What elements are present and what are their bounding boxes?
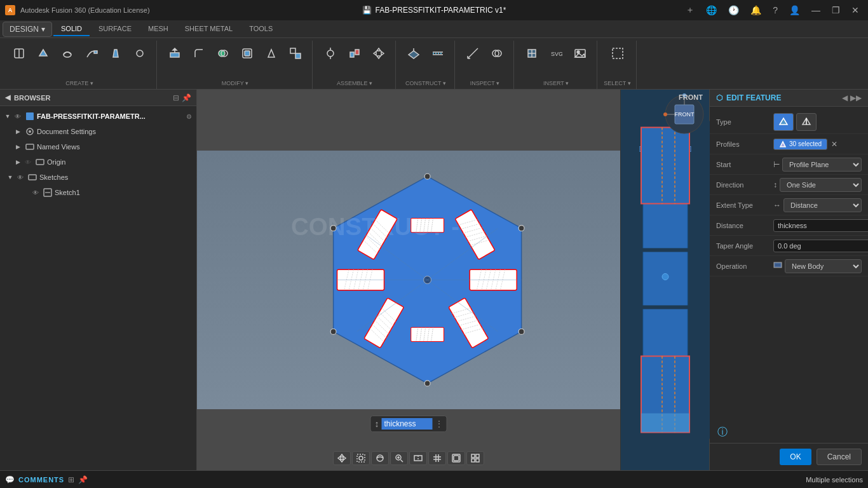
tree-sketches[interactable]: ▼ 👁 Sketches — [0, 170, 196, 185]
extent-type-select[interactable]: Distance To Object All — [783, 198, 862, 212]
new-component-btn[interactable] — [8, 42, 31, 65]
doc-settings-arrow: ▶ — [13, 126, 23, 137]
root-visibility[interactable]: 👁 — [13, 111, 23, 121]
insert-svg-btn[interactable]: SVG — [545, 42, 567, 65]
profiles-select-btn[interactable]: 30 selected — [773, 139, 827, 150]
insert-image-btn[interactable] — [569, 42, 592, 65]
bell-icon[interactable]: 🔔 — [747, 4, 765, 17]
maximize-btn[interactable]: ❐ — [828, 4, 844, 17]
start-select[interactable]: Profile Plane — [782, 158, 862, 172]
ribbon-assemble: ASSEMBLE ▾ — [314, 41, 396, 89]
minimize-btn[interactable]: — — [808, 4, 824, 17]
thin-type-btn[interactable] — [796, 113, 817, 131]
browser-collapse-btn[interactable]: ⊟ — [173, 93, 179, 102]
select-btn[interactable] — [606, 42, 629, 65]
distance-input[interactable] — [382, 418, 433, 430]
viewport[interactable]: CONSTRUCT - — [197, 90, 620, 470]
fillet-btn[interactable] — [187, 42, 210, 65]
svg-marker-2 — [39, 50, 47, 56]
orbit-btn[interactable] — [371, 451, 389, 465]
svg-rect-140 — [471, 459, 475, 462]
move-btn[interactable] — [367, 42, 390, 65]
joint-btn[interactable] — [319, 42, 342, 65]
as-built-joint-btn[interactable] — [343, 42, 366, 65]
ok-button[interactable]: OK — [780, 449, 811, 465]
distance-field[interactable] — [773, 219, 868, 232]
tree-origin[interactable]: ▶ 👁 Origin — [0, 154, 196, 170]
add-tab-btn[interactable]: ＋ — [682, 3, 698, 17]
browser-pin-btn[interactable]: 📌 — [182, 93, 191, 102]
distance-more-btn[interactable]: ⋮ — [435, 419, 443, 428]
fit-btn[interactable] — [352, 451, 370, 465]
cancel-button[interactable]: Cancel — [817, 449, 862, 465]
design-dropdown[interactable]: DESIGN ▾ — [3, 22, 52, 37]
svg-marker-122 — [343, 456, 346, 460]
extrude-type-btn[interactable] — [773, 113, 794, 131]
draft-btn[interactable] — [260, 42, 283, 65]
sketch1-visibility[interactable]: 👁 — [31, 187, 41, 198]
interference-btn[interactable] — [485, 42, 508, 65]
info-help-btn[interactable]: ⓘ — [716, 424, 729, 440]
svg-rect-20 — [350, 52, 354, 57]
viewport-canvas[interactable]: CONSTRUCT - — [197, 90, 620, 470]
select-label: SELECT ▾ — [604, 80, 630, 88]
taper-angle-label: Taper Angle — [716, 242, 773, 250]
origin-visibility[interactable]: 👁 — [23, 157, 33, 167]
insert-mesh-btn[interactable] — [520, 42, 543, 65]
svg-marker-26 — [409, 51, 419, 58]
operation-select[interactable]: New Body Join Cut Intersect — [785, 259, 862, 273]
direction-select[interactable]: One Side Two Sides Symmetric — [780, 178, 862, 192]
move-control-btn[interactable] — [333, 451, 351, 465]
press-pull-btn[interactable] — [163, 42, 186, 65]
clock-icon[interactable]: 🕐 — [724, 4, 743, 17]
measure-btn[interactable] — [461, 42, 484, 65]
tab-sheet-metal[interactable]: SHEET METAL — [177, 22, 240, 36]
comments-section: 💬 COMMENTS ⊞ 📌 — [5, 475, 88, 484]
tree-root[interactable]: ▼ 👁 FAB-PRESSFITKIT-PARAMETR... ⚙ — [0, 109, 196, 124]
profiles-label: Profiles — [716, 140, 773, 148]
profiles-clear-btn[interactable]: ✕ — [830, 139, 839, 150]
zoom-btn[interactable] — [390, 451, 408, 465]
browser-header: ◀ BROWSER ⊟ 📌 — [0, 90, 196, 106]
sketch1-icon — [43, 187, 53, 198]
browser-arrow-left[interactable]: ◀ — [5, 93, 10, 102]
shell-btn[interactable] — [236, 42, 259, 65]
tab-solid[interactable]: SOLID — [53, 22, 90, 36]
svg-marker-23 — [377, 56, 381, 58]
sweep-btn[interactable] — [80, 42, 103, 65]
comments-pin-btn[interactable]: 📌 — [78, 475, 88, 484]
tree-sketch1[interactable]: 👁 Sketch1 — [0, 185, 196, 200]
help-icon[interactable]: ? — [769, 4, 782, 17]
combine-btn[interactable] — [212, 42, 234, 65]
taper-angle-field[interactable] — [773, 240, 868, 252]
display-btn[interactable] — [447, 451, 465, 465]
front-view-label: FRONT — [679, 93, 703, 101]
edit-feature-expand-btn[interactable]: ▶▶ — [850, 93, 862, 102]
revolve-btn[interactable] — [56, 42, 79, 65]
section-btn[interactable] — [409, 451, 427, 465]
offset-plane-btn[interactable] — [402, 42, 425, 65]
create-label: CREATE ▾ — [65, 80, 93, 88]
tree-doc-settings[interactable]: ▶ Document Settings — [0, 124, 196, 139]
render-btn[interactable] — [466, 451, 484, 465]
comments-collapse-btn[interactable]: ⊞ — [68, 475, 74, 484]
hole-btn[interactable] — [128, 42, 151, 65]
tab-surface[interactable]: SURFACE — [91, 22, 139, 36]
sketches-visibility[interactable]: 👁 — [15, 172, 25, 182]
tree-named-views[interactable]: ▶ Named Views — [0, 139, 196, 154]
edit-feature-collapse-btn[interactable]: ◀ — [842, 93, 848, 102]
root-settings[interactable]: ⚙ — [184, 111, 194, 121]
network-icon[interactable]: 🌐 — [702, 4, 721, 17]
midplane-btn[interactable] — [426, 42, 449, 65]
scale-btn[interactable] — [284, 42, 307, 65]
tab-tools[interactable]: TOOLS — [241, 22, 280, 36]
titlebar: A Autodesk Fusion 360 (Education License… — [0, 0, 868, 20]
svg-rect-167 — [775, 264, 780, 266]
svg-marker-165 — [780, 142, 785, 147]
loft-btn[interactable] — [104, 42, 127, 65]
extrude-btn[interactable] — [32, 42, 55, 65]
close-btn[interactable]: ✕ — [848, 4, 863, 17]
tab-mesh[interactable]: MESH — [140, 22, 176, 36]
avatar-icon[interactable]: 👤 — [785, 4, 804, 17]
grid-btn[interactable] — [428, 451, 446, 465]
